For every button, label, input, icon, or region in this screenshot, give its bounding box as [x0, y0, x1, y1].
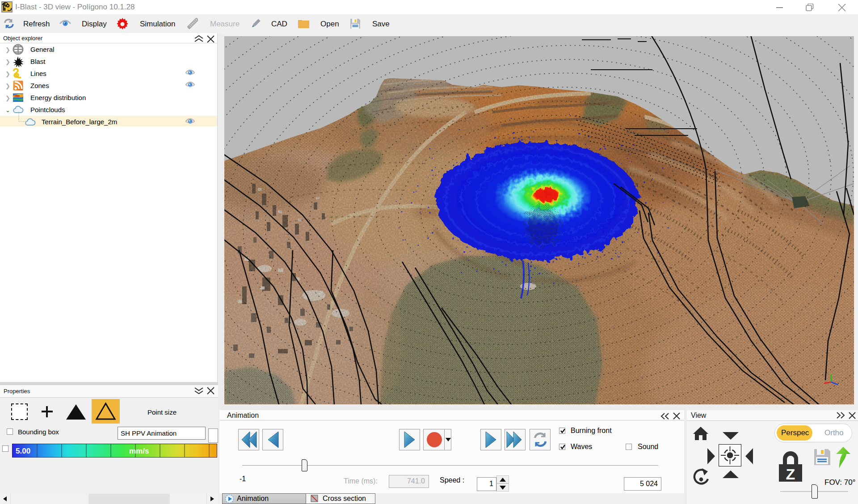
svg-text:Z: Z: [786, 466, 795, 483]
svg-text:mm/s: mm/s: [129, 447, 149, 455]
svg-text:5.00: 5.00: [16, 447, 30, 455]
